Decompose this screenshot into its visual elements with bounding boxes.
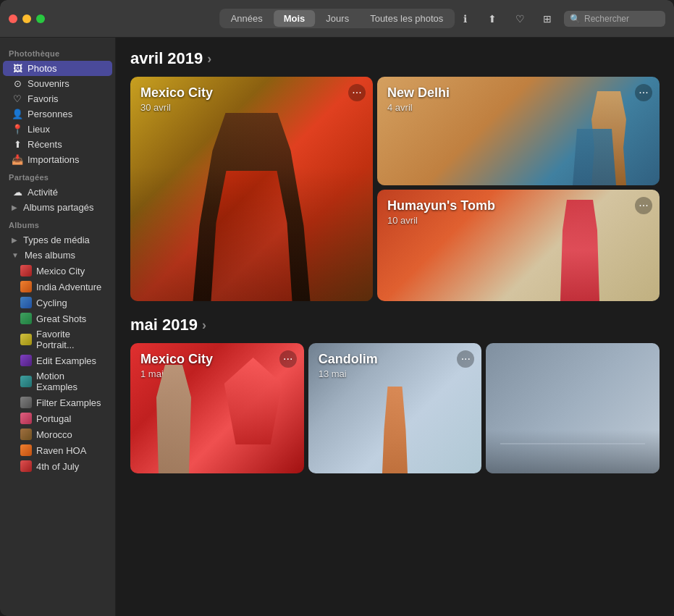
album-thumb-portugal <box>20 413 32 424</box>
saree-silhouette <box>558 200 602 301</box>
sidebar-item-recents[interactable]: ⬆ Récents <box>3 137 112 152</box>
sidebar-item-favorite-portraits[interactable]: Favorite Portrait... <box>3 326 112 353</box>
tab-mois[interactable]: Mois <box>274 10 316 27</box>
chevron-right-icon: › <box>207 51 211 67</box>
sidebar-item-photos[interactable]: 🖼 Photos <box>3 61 112 76</box>
sidebar-item-portugal[interactable]: Portugal <box>3 410 112 426</box>
sidebar-item-label: Types de média <box>23 235 90 245</box>
card-title: Candolim <box>319 352 378 367</box>
sidebar-item-label: Favorite Portrait... <box>36 329 104 350</box>
sidebar-item-great-shots[interactable]: Great Shots <box>3 311 112 326</box>
sidebar-item-label: Favoris <box>28 93 59 104</box>
sidebar-item-activite[interactable]: ☁ Activité <box>3 185 112 200</box>
sidebar-item-label: Récents <box>28 139 62 150</box>
card-label: Mexico City 30 avril <box>140 85 213 113</box>
beach-person-silhouette <box>376 387 413 473</box>
tab-annees[interactable]: Années <box>221 10 273 27</box>
card-subtitle: 4 avril <box>387 102 450 113</box>
section-label-phototheque: Photothèque <box>0 43 115 61</box>
may-photo-grid: Mexico City 1 mai ··· Candolim 13 mai · <box>130 343 660 473</box>
sidebar-item-4th-of-july[interactable]: 4th of July <box>3 458 112 474</box>
more-options-button[interactable]: ··· <box>635 84 652 101</box>
sidebar-item-favoris[interactable]: ♡ Favoris <box>3 91 112 106</box>
card-label: New Delhi 4 avril <box>387 85 450 113</box>
sidebar-item-types-media[interactable]: ▶ Types de média <box>3 232 112 248</box>
sidebar-item-mes-albums[interactable]: ▼ Mes albums <box>3 248 112 263</box>
sidebar-item-label: Raven HOA <box>36 445 86 456</box>
card-title: Humayun's Tomb <box>387 198 495 214</box>
card-subtitle: 30 avril <box>140 102 213 113</box>
album-thumb-filter-examples <box>20 397 32 408</box>
sidebar-item-label: Activité <box>28 187 58 198</box>
sidebar-item-label: Souvenirs <box>28 78 69 89</box>
close-button[interactable] <box>9 14 17 23</box>
favoris-icon: ♡ <box>12 93 23 104</box>
april-photo-grid: Mexico City 30 avril ··· New Delhi <box>130 77 660 301</box>
sidebar-item-albums-partages[interactable]: ▶ Albums partagés <box>3 200 112 215</box>
photo-card-third-may[interactable] <box>486 343 660 473</box>
photo-card-new-delhi[interactable]: New Delhi 4 avril ··· <box>377 77 660 185</box>
sidebar-item-label: Mes albums <box>25 250 75 261</box>
month-header-mai[interactable]: mai 2019 › <box>130 316 660 334</box>
sidebar-item-india-adventure[interactable]: India Adventure <box>3 279 112 295</box>
slideshow-icon[interactable]: ⊞ <box>536 11 558 27</box>
souvenirs-icon: ⊙ <box>12 78 23 89</box>
sidebar-item-label: Edit Examples <box>36 355 96 366</box>
minimize-button[interactable] <box>22 14 31 23</box>
info-icon[interactable]: ℹ <box>454 11 476 27</box>
sidebar-item-label: Importations <box>28 154 80 165</box>
sidebar-item-raven-hoa[interactable]: Raven HOA <box>3 442 112 458</box>
outfit-overlay <box>201 171 303 301</box>
photos-app-window: Années Mois Jours Toutes les photos ℹ ⬆ … <box>0 0 674 616</box>
photo-card-candolim[interactable]: Candolim 13 mai ··· <box>308 343 482 473</box>
recents-icon: ⬆ <box>12 139 23 150</box>
sidebar-item-label: Cycling <box>36 298 67 308</box>
heart-icon[interactable]: ♡ <box>509 11 531 27</box>
photo-card-humayun[interactable]: Humayun's Tomb 10 avril ··· <box>377 190 660 301</box>
chevron-down-icon: ▼ <box>12 251 19 259</box>
search-bar[interactable]: 🔍 Rechercher <box>564 11 665 27</box>
sidebar-item-label: Personnes <box>28 109 72 119</box>
person-arm-silhouette <box>152 365 195 473</box>
section-label-partagees: Partagées <box>0 167 115 185</box>
maximize-button[interactable] <box>36 14 45 23</box>
sidebar: Photothèque 🖼 Photos ⊙ Souvenirs ♡ Favor… <box>0 38 116 616</box>
person-silhouette <box>187 113 317 301</box>
chevron-right-icon: › <box>202 318 206 333</box>
share-icon[interactable]: ⬆ <box>481 11 503 27</box>
sidebar-item-label: India Adventure <box>36 282 101 292</box>
tab-toutes[interactable]: Toutes les photos <box>360 10 453 27</box>
card-title: Mexico City <box>140 85 213 101</box>
sidebar-item-label: Photos <box>28 63 56 74</box>
lieux-icon: 📍 <box>12 124 23 135</box>
traffic-lights <box>9 14 45 23</box>
month-header-avril[interactable]: avril 2019 › <box>130 49 660 68</box>
sidebar-item-motion-examples[interactable]: Motion Examples <box>3 368 112 395</box>
sidebar-item-cycling[interactable]: Cycling <box>3 295 112 311</box>
chevron-icon: ▶ <box>12 203 17 211</box>
more-options-button[interactable]: ··· <box>457 350 474 368</box>
sidebar-item-label: Great Shots <box>36 313 86 324</box>
photo-card-mexico-city-may[interactable]: Mexico City 1 mai ··· <box>130 343 304 473</box>
personnes-icon: 👤 <box>12 109 23 119</box>
sidebar-item-label: Portugal <box>36 413 71 424</box>
sidebar-item-personnes[interactable]: 👤 Personnes <box>3 106 112 122</box>
more-options-button[interactable]: ··· <box>279 350 297 368</box>
sidebar-item-edit-examples[interactable]: Edit Examples <box>3 353 112 368</box>
sidebar-item-label: Lieux <box>28 124 50 135</box>
sidebar-item-filter-examples[interactable]: Filter Examples <box>3 395 112 410</box>
sidebar-item-century-ride[interactable]: Mexico City <box>3 263 112 279</box>
card-subtitle: 13 mai <box>319 368 378 379</box>
sidebar-item-label: Albums partagés <box>23 202 94 213</box>
sidebar-item-importations[interactable]: 📥 Importations <box>3 152 112 167</box>
sidebar-item-souvenirs[interactable]: ⊙ Souvenirs <box>3 76 112 91</box>
more-options-button[interactable]: ··· <box>348 84 366 101</box>
tab-jours[interactable]: Jours <box>316 10 359 27</box>
sidebar-item-lieux[interactable]: 📍 Lieux <box>3 122 112 137</box>
content-area: avril 2019 › Mexico City 30 avril ··· <box>116 38 674 616</box>
photo-card-mexico-city-april[interactable]: Mexico City 30 avril ··· <box>130 77 373 301</box>
album-thumb-raven-hoa <box>20 444 32 456</box>
sidebar-item-morocco[interactable]: Morocco <box>3 426 112 442</box>
more-options-button[interactable]: ··· <box>635 197 652 214</box>
toolbar-right: ℹ ⬆ ♡ ⊞ 🔍 Rechercher <box>454 11 665 27</box>
